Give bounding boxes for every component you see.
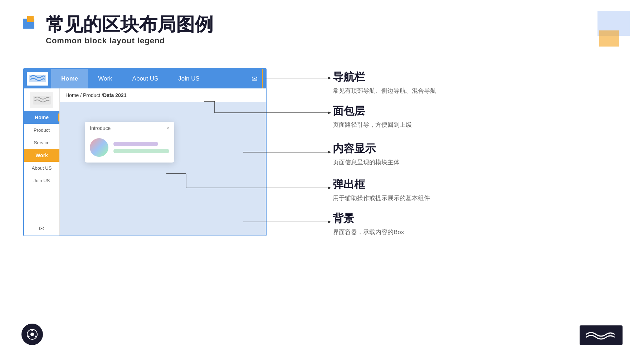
content-area: Home Product Service Work About US Join …: [24, 88, 266, 236]
annotation-bg-title: 背景: [333, 211, 404, 226]
nav-item-aboutus[interactable]: About US: [122, 69, 169, 88]
sidebar-item-service[interactable]: Service: [24, 136, 59, 149]
svg-marker-17: [328, 187, 331, 189]
annotation-nav-desc: 常见有顶部导航、侧边导航、混合导航: [333, 87, 436, 95]
annotation-nav: 导航栏 常见有顶部导航、侧边导航、混合导航: [333, 70, 436, 95]
page-title: 常见的区块布局图例: [46, 14, 213, 35]
sidebar: Home Product Service Work About US Join …: [24, 88, 60, 236]
svg-marker-20: [328, 221, 331, 223]
svg-point-22: [30, 333, 34, 336]
modal-close-button[interactable]: ×: [166, 125, 169, 131]
page-subtitle: Common block layout legend: [46, 36, 213, 45]
annotation-breadcrumb: 面包层 页面路径引导，方便回到上级: [333, 104, 412, 129]
nav-email-icon[interactable]: ✉: [247, 74, 262, 83]
annotation-background: 背景 界面容器，承载内容的Box: [333, 211, 404, 236]
annotation-breadcrumb-title: 面包层: [333, 104, 412, 118]
header-icon: [21, 14, 39, 32]
mock-window: Home Work About US Join US ✉ Home: [23, 68, 267, 236]
top-right-decoration: [587, 11, 630, 47]
breadcrumb-bold: Data 2021: [103, 92, 126, 98]
annotation-breadcrumb-desc: 页面路径引导，方便回到上级: [333, 121, 412, 129]
annotation-bg-desc: 界面容器，承载内容的Box: [333, 228, 404, 236]
svg-rect-1: [27, 16, 34, 22]
modal-avatar: [90, 138, 108, 157]
content-background: Introduce ×: [60, 102, 266, 236]
bottom-logo-right: [580, 325, 623, 345]
annotation-content: 内容显示 页面信息呈现的模块主体: [333, 141, 400, 166]
modal-line-1: [113, 142, 158, 146]
svg-point-25: [28, 336, 30, 338]
header: 常见的区块布局图例 Common block layout legend: [21, 14, 213, 45]
header-text: 常见的区块布局图例 Common block layout legend: [46, 14, 213, 45]
breadcrumb-text: Home / Product /: [65, 92, 103, 98]
nav-item-work[interactable]: Work: [88, 69, 122, 88]
annotation-content-title: 内容显示: [333, 141, 400, 156]
main-content: Home / Product / Data 2021 Introduce ×: [60, 88, 266, 236]
nav-bar: Home Work About US Join US ✉: [24, 69, 266, 88]
svg-marker-10: [328, 111, 331, 114]
svg-marker-6: [328, 77, 331, 79]
sidebar-logo: [30, 92, 53, 108]
sidebar-item-work[interactable]: Work: [24, 149, 59, 162]
annotation-content-desc: 页面信息呈现的模块主体: [333, 158, 400, 166]
diagram-wrapper: Home Work About US Join US ✉ Home: [23, 68, 274, 240]
sidebar-email-icon[interactable]: ✉: [35, 221, 49, 236]
nav-right-border: [262, 69, 263, 88]
sidebar-item-joinus[interactable]: Join US: [24, 174, 59, 187]
modal-content-lines: [113, 142, 169, 153]
svg-marker-13: [328, 151, 331, 154]
sidebar-item-home[interactable]: Home: [24, 111, 59, 124]
breadcrumb: Home / Product / Data 2021: [60, 88, 266, 102]
deco-orange-block: [599, 30, 619, 47]
annotation-modal-title: 弹出框: [333, 177, 430, 192]
nav-logo: [27, 72, 48, 86]
modal-title: Introduce: [90, 125, 111, 131]
annotation-modal-desc: 用于辅助操作或提示展示的基本组件: [333, 194, 430, 202]
modal-line-2: [113, 149, 169, 153]
sidebar-item-aboutus[interactable]: About US: [24, 162, 59, 174]
annotation-nav-title: 导航栏: [333, 70, 436, 84]
svg-point-24: [35, 336, 37, 338]
svg-point-23: [31, 329, 33, 331]
nav-item-joinus[interactable]: Join US: [168, 69, 210, 88]
nav-item-home[interactable]: Home: [51, 69, 88, 88]
modal-body: [85, 135, 174, 163]
modal-dialog: Introduce ×: [85, 122, 174, 163]
annotation-modal: 弹出框 用于辅助操作或提示展示的基本组件: [333, 177, 430, 202]
nav-items: Home Work About US Join US ✉: [51, 69, 262, 88]
bottom-logo-left: [21, 324, 43, 345]
sidebar-item-product[interactable]: Product: [24, 124, 59, 136]
modal-header: Introduce ×: [85, 122, 174, 135]
